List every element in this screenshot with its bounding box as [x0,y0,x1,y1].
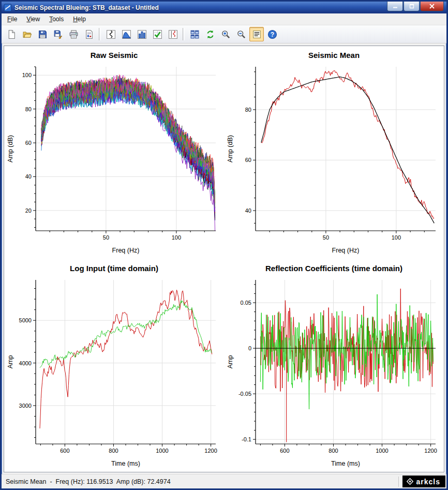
svg-text:1200: 1200 [424,448,437,454]
svg-text:800: 800 [109,448,118,454]
save-icon [38,29,48,39]
svg-text:60: 60 [245,157,251,164]
refresh-button[interactable] [203,27,217,41]
svg-text:100: 100 [171,234,181,241]
reflection-coefficients-plot[interactable]: 60080010001200-0.1-0.0500.05Time (ms)Amp [226,275,443,469]
legend-button[interactable] [249,27,264,41]
help-button[interactable]: ? [265,27,279,41]
report-button[interactable] [82,27,96,41]
qc-check-icon [153,29,162,39]
svg-text:3000: 3000 [19,403,31,409]
refresh-icon [205,29,215,39]
svg-text:1000: 1000 [156,448,168,454]
svg-text:40: 40 [25,174,31,180]
new-document-button[interactable] [4,27,19,41]
menu-bar: FileViewToolsHelp [2,13,446,25]
spectrum-button[interactable] [119,27,133,41]
zoom-in-icon [221,29,231,39]
arkcls-logo-text: arkcls [416,478,440,486]
save-button[interactable] [35,27,50,41]
print-icon [69,29,79,39]
svg-text:Amp: Amp [7,355,14,368]
raw-seismic-plot[interactable]: 5010020406080100Freq (Hz)Amp (dB) [6,62,223,256]
zoom-out-button[interactable] [234,27,248,41]
histogram-button[interactable] [135,27,149,41]
svg-text:50: 50 [102,234,109,241]
svg-text:40: 40 [245,207,251,214]
wavelet-button[interactable] [166,27,180,41]
minimize-button[interactable] [387,2,403,11]
status-readout: Seismic Mean - Freq (Hz): 116.9513 Amp (… [6,478,171,485]
save-as-icon [53,29,63,39]
window-title: Seismic Spectral Blueing: STB_dataset - … [14,4,159,11]
zoom-in-button[interactable] [218,27,233,41]
print-button[interactable] [66,27,81,41]
app-window: Seismic Spectral Blueing: STB_dataset - … [0,0,448,490]
status-separator [398,477,400,487]
svg-text:800: 800 [328,448,338,454]
svg-text:?: ? [270,31,274,38]
toolbar-separator [99,28,101,40]
svg-text:Time (ms): Time (ms) [111,460,140,467]
svg-text:600: 600 [280,448,289,454]
svg-text:5000: 5000 [19,317,31,323]
svg-text:-0.1: -0.1 [242,436,251,442]
maximize-button[interactable] [404,2,420,11]
chart-title-raw-seismic: Raw Seismic [4,49,224,62]
arkcls-logo: arkcls [402,476,445,487]
svg-text:Amp (dB): Amp (dB) [7,135,14,162]
svg-text:80: 80 [245,107,251,113]
svg-text:Freq (Hz): Freq (Hz) [332,247,359,254]
tile-windows-icon [190,29,200,39]
zoom-out-icon [236,29,246,39]
open-file-icon [22,29,32,39]
chart-grid: Raw Seismic 5010020406080100Freq (Hz)Amp… [4,46,444,472]
svg-text:0.05: 0.05 [240,300,251,306]
seismic-trace-icon [106,29,116,39]
menu-item-file[interactable]: File [3,14,22,24]
help-icon: ? [267,29,277,39]
title-bar[interactable]: Seismic Spectral Blueing: STB_dataset - … [2,2,446,13]
menu-item-tools[interactable]: Tools [44,14,68,24]
close-icon [429,4,435,9]
maximize-icon [409,4,414,9]
report-icon [84,29,94,39]
toolbar-separator [183,28,185,40]
svg-text:80: 80 [25,106,31,112]
svg-text:1200: 1200 [204,448,217,454]
svg-text:100: 100 [391,234,400,241]
client-area: Raw Seismic 5010020406080100Freq (Hz)Amp… [4,46,444,472]
minimize-icon [393,4,398,9]
svg-text:20: 20 [25,207,31,214]
app-icon [4,4,12,12]
chart-reflection-coefficients: Reflection Coefficients (time domain) 60… [224,259,444,472]
qc-check-button[interactable] [150,27,165,41]
menu-item-view[interactable]: View [22,14,44,24]
wavelet-icon [168,29,178,39]
tile-windows-button[interactable] [187,27,202,41]
seismic-trace-button[interactable] [103,27,118,41]
seismic-mean-plot[interactable]: 50100406080Freq (Hz)Amp (dB) [226,62,443,256]
log-input-plot[interactable]: 60080010001200300040005000Time (ms)Amp [6,275,223,469]
chart-title-seismic-mean: Seismic Mean [224,49,444,62]
status-bar: Seismic Mean - Freq (Hz): 116.9513 Amp (… [2,474,446,488]
svg-text:100: 100 [22,72,31,79]
new-document-icon [7,29,17,39]
arkcls-diamond-icon [406,477,414,486]
chart-title-log-input: Log Input (time domain) [4,262,224,275]
svg-text:600: 600 [60,448,69,454]
svg-text:0: 0 [248,345,251,351]
chart-raw-seismic: Raw Seismic 5010020406080100Freq (Hz)Amp… [4,46,224,259]
svg-text:Freq (Hz): Freq (Hz) [112,247,139,254]
histogram-icon [137,29,147,39]
svg-text:Amp: Amp [227,355,234,368]
close-button[interactable] [420,2,444,11]
open-file-button[interactable] [20,27,34,41]
menu-item-help[interactable]: Help [68,14,91,24]
spectrum-icon [122,29,131,39]
svg-text:Time (ms): Time (ms) [331,460,360,467]
save-as-button[interactable] [51,27,65,41]
chart-seismic-mean: Seismic Mean 50100406080Freq (Hz)Amp (dB… [224,46,444,259]
svg-text:4000: 4000 [19,360,31,366]
svg-text:50: 50 [322,234,328,241]
